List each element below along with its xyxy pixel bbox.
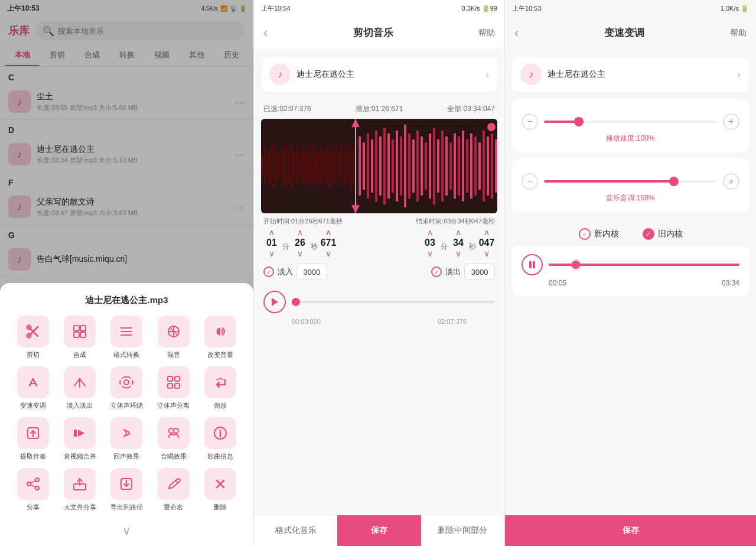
svg-rect-17 xyxy=(168,384,172,388)
modal-item-bigshare[interactable]: 大文件分享 xyxy=(56,468,103,512)
start-sec-up[interactable]: ∧ xyxy=(297,228,303,236)
modal-label-bigshare: 大文件分享 xyxy=(64,503,96,512)
end-ms-down[interactable]: ∨ xyxy=(484,249,490,258)
modal-item-cut[interactable]: 剪切 xyxy=(9,316,56,359)
pitch-thumb[interactable] xyxy=(669,177,679,186)
modal-item-echo[interactable]: 回声效果 xyxy=(103,417,150,461)
svg-rect-92 xyxy=(441,131,444,202)
modal-item-avmerge[interactable]: 音视频合并 xyxy=(56,417,103,461)
svg-rect-79 xyxy=(387,134,390,199)
fade-out-check[interactable]: ✓ xyxy=(431,266,442,277)
end-sec-down[interactable]: ∨ xyxy=(455,249,461,258)
modal-btn-speed xyxy=(17,366,49,398)
svg-rect-101 xyxy=(478,142,481,190)
modal-label-export: 导出到路径 xyxy=(110,503,143,512)
fade-in-check[interactable]: ✓ xyxy=(263,266,274,277)
svg-rect-60 xyxy=(320,145,322,187)
modal-btn-cut xyxy=(17,316,49,347)
pitch-label: 音乐音调:158% xyxy=(522,193,739,203)
kernel-new-check[interactable]: ○ xyxy=(579,228,591,240)
modal-item-mix[interactable]: 混音 xyxy=(150,316,197,359)
fade-out-input[interactable] xyxy=(464,264,495,280)
svg-rect-57 xyxy=(311,142,313,190)
pitch-slider-track[interactable] xyxy=(544,180,717,183)
speed-label: 播放速度:100% xyxy=(522,134,739,144)
modal-item-share[interactable]: 分享 xyxy=(9,468,56,512)
modal-item-volume[interactable]: 改变音量 xyxy=(197,316,244,359)
waveform[interactable] xyxy=(261,119,497,213)
start-sec-down[interactable]: ∨ xyxy=(297,249,303,258)
playback-track[interactable] xyxy=(549,264,739,266)
modal-item-separate[interactable]: 立体声分离 xyxy=(150,366,197,410)
svg-rect-66 xyxy=(338,154,340,178)
track-arrow-cut: › xyxy=(485,69,489,81)
svg-rect-112 xyxy=(533,261,535,268)
pitch-slider-section: − + 音乐音调:158% xyxy=(512,159,749,212)
help-button-speed[interactable]: 帮助 xyxy=(730,28,747,38)
time-spinners: ∧ 01 ∨ 分 ∧ 26 ∨ 秒 ∧ 671 ∨ ∧ 03 ∨ xyxy=(254,228,504,258)
fade-in-input[interactable] xyxy=(296,264,327,280)
svg-rect-43 xyxy=(270,145,272,187)
speed-minus-button[interactable]: − xyxy=(522,113,538,130)
kernel-old-check[interactable]: ✓ xyxy=(643,228,654,240)
modal-item-fade[interactable]: 淡入淡出 xyxy=(56,366,103,410)
modal-item-info[interactable]: 歌曲信息 xyxy=(197,417,244,461)
modal-item-merge[interactable]: 合成 xyxy=(56,316,103,359)
start-ms-down[interactable]: ∨ xyxy=(325,249,331,258)
bottom-bar-speed: 保存 xyxy=(505,515,756,546)
playback-section: 00:05 03:34 xyxy=(512,246,749,295)
start-min-down[interactable]: ∨ xyxy=(269,249,275,258)
end-min-up[interactable]: ∧ xyxy=(427,228,433,236)
svg-rect-49 xyxy=(288,148,289,184)
modal-item-speed[interactable]: 变速变调 xyxy=(9,366,56,410)
track-card-cut[interactable]: ♪ 迪士尼在逃公主 › xyxy=(261,57,497,92)
progress-thumb[interactable] xyxy=(292,298,300,306)
modal-item-surround[interactable]: 立体声环绕 xyxy=(103,366,150,410)
start-min-unit: 分 xyxy=(282,235,289,252)
start-ms-col: ∧ 671 ∨ xyxy=(320,228,337,258)
playback-thumb[interactable] xyxy=(572,261,580,269)
speed-thumb[interactable] xyxy=(574,117,584,126)
svg-rect-48 xyxy=(285,145,286,187)
modal-item-rename[interactable]: 重命名 xyxy=(150,468,197,512)
kernel-old-item[interactable]: ✓ 旧内核 xyxy=(643,228,683,240)
svg-point-30 xyxy=(35,486,39,490)
modal-item-chorus[interactable]: 合唱效果 xyxy=(150,417,197,461)
format-button[interactable]: 格式化音乐 xyxy=(254,515,337,546)
svg-rect-44 xyxy=(273,142,275,190)
delete-mid-button[interactable]: 删除中间部分 xyxy=(421,515,504,546)
end-ms-val: 047 xyxy=(478,238,495,248)
svg-rect-89 xyxy=(429,134,431,199)
svg-rect-102 xyxy=(483,131,485,202)
svg-rect-91 xyxy=(437,139,439,193)
end-min-down[interactable]: ∨ xyxy=(427,249,433,258)
end-sec-up[interactable]: ∧ xyxy=(455,228,461,236)
modal-item-delete[interactable]: 删除 xyxy=(197,468,244,512)
progress-track[interactable] xyxy=(292,301,495,303)
speed-plus-button[interactable]: + xyxy=(723,113,739,130)
modal-item-export[interactable]: 导出到路径 xyxy=(103,468,150,512)
svg-rect-75 xyxy=(371,139,373,193)
kernel-new-item[interactable]: ○ 新内核 xyxy=(579,228,619,240)
start-min-up[interactable]: ∧ xyxy=(269,228,275,236)
modal-item-reverse[interactable]: 倒放 xyxy=(197,366,244,410)
start-ms-up[interactable]: ∧ xyxy=(325,228,331,236)
pitch-minus-button[interactable]: − xyxy=(522,173,538,190)
modal-down-btn[interactable]: ∨ xyxy=(9,519,244,540)
modal-overlay[interactable]: 迪士尼在逃公主.mp3 剪切 xyxy=(0,0,253,546)
speed-slider-track[interactable] xyxy=(544,121,717,123)
modal-item-format[interactable]: 格式转换 xyxy=(103,316,150,359)
pause-button[interactable] xyxy=(522,254,543,275)
end-ms-up[interactable]: ∧ xyxy=(484,228,490,236)
track-card-speed[interactable]: ♪ 迪士尼在逃公主 › xyxy=(512,57,749,92)
back-button-speed[interactable]: ‹ xyxy=(514,25,519,41)
modal-title: 迪士尼在逃公主.mp3 xyxy=(9,295,244,306)
modal-item-extract[interactable]: 提取伴奏 xyxy=(9,417,56,461)
modal-label-format: 格式转换 xyxy=(113,350,139,359)
save-button-speed[interactable]: 保存 xyxy=(505,515,756,546)
help-button-cut[interactable]: 帮助 xyxy=(478,28,495,38)
pitch-plus-button[interactable]: + xyxy=(723,173,739,190)
back-button-cut[interactable]: ‹ xyxy=(263,25,268,41)
save-button-cut[interactable]: 保存 xyxy=(337,515,421,546)
play-button[interactable] xyxy=(263,291,286,313)
